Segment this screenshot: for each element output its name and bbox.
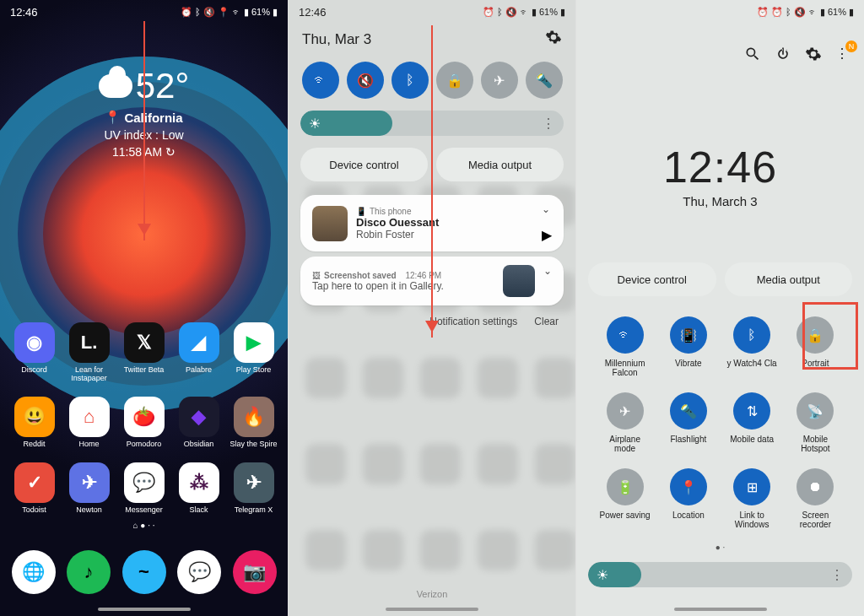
tile-airplane[interactable]: ✈Airplane mode: [595, 392, 655, 453]
clock-widget[interactable]: 12:46 Thu, March 3: [576, 142, 864, 208]
brightness-icon: ☀: [309, 116, 321, 132]
search-icon[interactable]: [744, 46, 761, 62]
media-output-button[interactable]: Media output: [725, 262, 853, 296]
notif-source: This phone: [370, 207, 411, 216]
device-control-button[interactable]: Device control: [588, 262, 716, 296]
app-label: Telegram X: [235, 506, 273, 515]
screenshot-thumb[interactable]: [503, 265, 535, 297]
notification-settings-link[interactable]: Notification settings: [429, 316, 517, 327]
status-bar: 12:46 ⏰ᛒ🔇ᯤ▮61%▮: [289, 0, 575, 24]
device-control-button[interactable]: Device control: [300, 148, 428, 181]
tile-location[interactable]: 📍Location: [658, 468, 718, 529]
chevron-down-icon[interactable]: ⌄: [542, 203, 550, 215]
big-date: Thu, March 3: [576, 194, 864, 208]
tile-hotspot[interactable]: 📡Mobile Hotspot: [786, 392, 845, 453]
chevron-down-icon[interactable]: ⌄: [543, 265, 552, 277]
app-telegram-x[interactable]: ✈Telegram X: [226, 462, 281, 515]
app-newton[interactable]: ✈Newton: [62, 462, 116, 515]
signal-icon: ▮: [244, 7, 249, 18]
app-icon: ~: [122, 550, 166, 594]
app-play-store[interactable]: ▶Play Store: [226, 322, 281, 383]
mute-icon: 🔇: [794, 7, 806, 18]
track-title: Disco Ouessant: [356, 216, 533, 229]
app-icon: ✓: [14, 462, 55, 503]
app-pomodoro[interactable]: 🍅Pomodoro: [116, 397, 171, 449]
app-discord[interactable]: ◉Discord: [7, 322, 62, 383]
wifi-icon: ᯤ: [520, 7, 529, 17]
tile-flashlight[interactable]: 🔦: [526, 62, 563, 99]
settings-gear-icon[interactable]: [805, 46, 822, 62]
app-slay-the-spire[interactable]: 🔥Slay the Spire: [226, 397, 281, 449]
brightness-slider[interactable]: ☀ ⋮: [588, 562, 852, 587]
tile-rotation-lock[interactable]: 🔒: [436, 62, 473, 99]
app-label: Home: [78, 440, 99, 449]
clear-button[interactable]: Clear: [534, 316, 559, 327]
dock-swipe[interactable]: ~: [122, 550, 166, 594]
nav-bar[interactable]: [98, 608, 191, 611]
mute-icon: 🔇: [203, 7, 215, 18]
app-lean-for-instapaper[interactable]: L.Lean for Instapaper: [62, 322, 116, 383]
page-indicator[interactable]: ⌂ ● · ·: [0, 521, 288, 530]
dock-camera[interactable]: 📷: [233, 550, 277, 594]
tile-wifi[interactable]: ᯤ: [302, 62, 339, 99]
tile-wifi[interactable]: ᯤMillennium Falcon: [595, 316, 655, 377]
tile-link-windows[interactable]: ⊞Link to Windows: [722, 468, 782, 529]
notif-title: Screenshot saved: [324, 271, 397, 280]
bt-icon: ᛒ: [786, 7, 791, 17]
dock-messages[interactable]: 💬: [177, 550, 221, 594]
dock-spotify[interactable]: ♪: [67, 550, 111, 594]
flashlight-icon: 🔦: [670, 392, 707, 430]
nav-bar[interactable]: [386, 608, 478, 611]
alarm-icon: ⏰: [771, 7, 783, 18]
app-twitter-beta[interactable]: 𝕏Twitter Beta: [116, 322, 171, 383]
tile-sound-mute[interactable]: 🔇: [347, 62, 384, 99]
power-icon[interactable]: [775, 46, 791, 62]
settings-gear-icon[interactable]: [545, 29, 562, 50]
tile-mobile-data[interactable]: ⇅Mobile data: [722, 392, 782, 453]
tile-airplane[interactable]: ✈: [481, 62, 518, 99]
tile-label: y Watch4 Cla: [727, 359, 777, 368]
app-slack[interactable]: ⁂Slack: [171, 462, 226, 515]
play-icon[interactable]: ▶: [542, 227, 552, 243]
notif-time: 12:46 PM: [405, 271, 441, 280]
dock-chrome[interactable]: 🌐: [12, 550, 56, 594]
status-icons: ⏰ᛒ🔇ᯤ▮61%▮: [483, 7, 565, 18]
tile-label: Flashlight: [670, 435, 706, 444]
status-icons: ⏰⏰ᛒ🔇ᯤ▮61%▮: [757, 7, 854, 18]
panel-date[interactable]: Thu, Mar 3: [302, 31, 371, 48]
app-reddit[interactable]: 😃Reddit: [7, 397, 62, 449]
app-palabre[interactable]: ◢Palabre: [171, 322, 226, 383]
tile-bluetooth[interactable]: ᛒ: [392, 62, 429, 99]
album-art: [312, 206, 348, 241]
phone-icon: 📱: [356, 207, 366, 216]
wifi-icon: ᯤ: [808, 7, 818, 17]
media-output-button[interactable]: Media output: [436, 148, 564, 181]
app-label: Discord: [21, 366, 47, 375]
app-icon: ◉: [14, 322, 55, 363]
image-icon: 🖼: [312, 271, 321, 280]
dock: 🌐♪~💬📷: [0, 550, 288, 594]
app-messenger[interactable]: 💬Messenger: [116, 462, 171, 515]
brightness-menu-icon[interactable]: ⋮: [542, 116, 555, 132]
tile-label: Screen recorder: [788, 511, 842, 529]
mute-icon: 🔇: [505, 7, 517, 18]
status-icons: ⏰ ᛒ 🔇 📍 ᯤ ▮ 61% ▮: [181, 7, 278, 18]
tile-flashlight[interactable]: 🔦Flashlight: [658, 392, 718, 453]
tile-power-saving[interactable]: 🔋Power saving: [595, 468, 655, 529]
app-icon: ✈: [69, 462, 110, 503]
page-indicator[interactable]: ● ·: [576, 543, 864, 552]
location-icon: 📍: [218, 7, 230, 18]
nav-bar[interactable]: [674, 608, 767, 611]
tile-vibrate[interactable]: 📳Vibrate: [658, 316, 718, 377]
app-home[interactable]: ⌂Home: [62, 397, 116, 449]
more-icon[interactable]: ⋮: [835, 46, 852, 62]
app-label: Slay the Spire: [230, 440, 277, 449]
app-obsidian[interactable]: ◆Obsidian: [171, 397, 226, 449]
brightness-menu-icon[interactable]: ⋮: [830, 567, 844, 583]
swipe-down-arrow: [431, 25, 433, 338]
app-icon: 𝕏: [124, 322, 165, 363]
tile-screen-recorder[interactable]: ⏺Screen recorder: [786, 468, 845, 529]
pin-icon: 📍: [105, 110, 121, 125]
tile-bluetooth[interactable]: ᛒy Watch4 Cla: [722, 316, 782, 377]
app-todoist[interactable]: ✓Todoist: [7, 462, 62, 515]
